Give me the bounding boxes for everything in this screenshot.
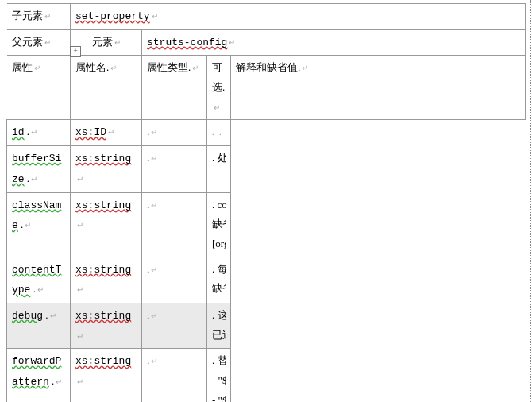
attr-name: className . xyxy=(7,192,71,257)
attr-type: xs:string xyxy=(71,192,142,257)
attr-name: debug . xyxy=(7,303,71,348)
header-attr-desc: 解释和缺省值. xyxy=(231,56,526,120)
attr-name: forwardPattern . xyxy=(7,349,71,402)
header-attr-name: 属性名. xyxy=(71,56,142,120)
table-row: forwardPattern .xs:string.. 替换模式，定义了元素的"… xyxy=(7,349,526,402)
attr-type: xs:string xyxy=(71,257,142,303)
attr-type: xs:string xyxy=(71,303,142,348)
header-attr-type: 属性类型. xyxy=(142,56,207,120)
attr-type: xs:string xyxy=(71,146,142,192)
attr-description: . 这个模块的调试级别，缺省为[0] . . . . . . . . . . .… xyxy=(207,303,231,348)
attr-description: . controller 对象的 ControllerConfig 子类的全限定… xyxy=(207,192,231,257)
table-row: contentType .xs:string.. 每一个响应的缺省内容类型（可附… xyxy=(7,257,526,303)
attr-optional: . xyxy=(142,146,207,192)
attr-description: . 处理文件上传时的缓冲大小。缺省为[4096] . . . . . . . .… xyxy=(207,146,231,192)
attr-name: id . xyxy=(7,120,71,146)
label-parent-element: 父元素 xyxy=(7,29,71,56)
header-attr-optional: 可选. xyxy=(207,56,231,120)
value-element: struts-config xyxy=(142,29,526,56)
attr-optional: . xyxy=(142,120,207,146)
label-child-element: 子元素 xyxy=(7,4,71,30)
attr-description: . 替换模式，定义了元素的"path"属性是如何映射到上下文相对的 url 的。… xyxy=(207,349,231,402)
attr-type: xs:ID xyxy=(71,120,142,146)
attr-optional: . xyxy=(142,303,207,348)
attr-name: contentType . xyxy=(7,257,71,303)
attr-optional: . xyxy=(142,257,207,303)
label-element: 元素 xyxy=(71,29,142,56)
row-child-element: 子元素 set-property xyxy=(7,4,526,30)
table-resize-handle-icon[interactable]: + xyxy=(70,46,81,57)
table-row: debug .xs:string.. 这个模块的调试级别，缺省为[0] . . … xyxy=(7,303,526,348)
attr-optional: . xyxy=(142,349,207,402)
table-row: id .xs:ID.. . . . . . . . . . . . . . . … xyxy=(7,120,526,146)
table-row: className .xs:string.. controller 对象的 Co… xyxy=(7,192,526,257)
label-attributes: 属性 xyxy=(7,56,71,120)
row-parent-element: 父元素 元素 struts-config xyxy=(7,29,526,56)
attributes-header-row: 属性 属性名. 属性类型. 可选. 解释和缺省值. xyxy=(7,56,526,120)
attr-description: . . . . . . . . . . . . . . . . . . . . … xyxy=(207,120,231,146)
table-row: bufferSize .xs:string.. 处理文件上传时的缓冲大小。缺省为… xyxy=(7,146,526,192)
attr-name: bufferSize . xyxy=(7,146,71,192)
value-child-element: set-property xyxy=(71,4,526,30)
schema-table: 子元素 set-property 父元素 元素 struts-config 属性 xyxy=(6,3,526,402)
attr-description: . 每一个响应的缺省内容类型（可附加编码方式）. 这个值可能被转发的其它资源（比… xyxy=(207,257,231,303)
attr-type: xs:string xyxy=(71,349,142,402)
attr-optional: . xyxy=(142,192,207,257)
